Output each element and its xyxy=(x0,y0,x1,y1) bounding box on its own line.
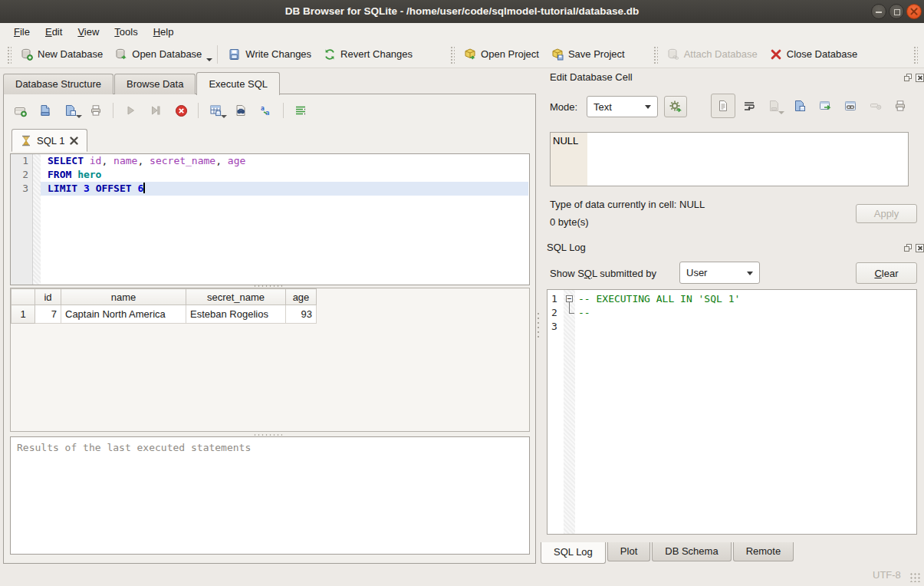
row-header[interactable]: 1 xyxy=(12,305,35,324)
cell-editor[interactable]: NULL xyxy=(550,132,909,186)
save-results-dropdown-caret[interactable] xyxy=(221,115,227,118)
format-sql-icon-button[interactable]: aa xyxy=(258,102,275,119)
cell-word-wrap-button[interactable] xyxy=(741,97,758,114)
save-results-button[interactable] xyxy=(207,102,224,119)
menu-tools[interactable]: Tools xyxy=(107,23,145,41)
tab-execute-sql[interactable]: Execute SQL xyxy=(196,72,280,95)
clear-log-button[interactable]: Clear xyxy=(856,262,917,284)
minimize-button[interactable] xyxy=(871,4,886,19)
bottom-tab-plot[interactable]: Plot xyxy=(607,542,650,561)
close-window-button[interactable] xyxy=(906,4,922,19)
menu-view[interactable]: View xyxy=(70,23,107,41)
float-dock-icon[interactable] xyxy=(904,244,912,252)
menubar: FileEditViewToolsHelp xyxy=(0,23,924,41)
cell-type-label: Type of data currently in cell: NULL xyxy=(550,199,705,210)
copy-link-button[interactable] xyxy=(842,97,859,114)
open-project-button[interactable]: Open Project xyxy=(458,45,545,64)
sql-log-view[interactable]: 1−-- EXECUTING ALL IN 'SQL 1'2--3 xyxy=(547,289,917,535)
titlebar[interactable]: DB Browser for SQLite - /home/user/code/… xyxy=(0,0,924,23)
word-wrap-toggle-button[interactable] xyxy=(292,102,309,119)
code-area[interactable]: SELECT id, name, secret_name, ageFROM he… xyxy=(41,154,528,196)
chevron-down-icon xyxy=(645,105,651,109)
grid-corner-header[interactable] xyxy=(12,289,35,305)
sql-log-filter-select[interactable]: User xyxy=(679,262,760,284)
menu-file[interactable]: File xyxy=(6,23,38,41)
resize-grip[interactable] xyxy=(909,572,920,582)
fold-margin xyxy=(33,154,41,285)
tab-database-structure[interactable]: Database Structure xyxy=(3,74,113,94)
text-mode-toggle[interactable] xyxy=(711,94,735,118)
print-cell-button[interactable] xyxy=(892,97,909,114)
bottom-tab-bar: SQL LogPlotDB SchemaRemote xyxy=(541,542,795,564)
sql-tab-label: SQL 1 xyxy=(37,135,64,146)
open-file-icon xyxy=(768,100,781,112)
log-line-number: 1 xyxy=(547,292,564,306)
close-dock-icon[interactable] xyxy=(916,74,924,82)
bottom-tab-db-schema[interactable]: DB Schema xyxy=(652,542,731,561)
float-dock-icon[interactable] xyxy=(904,74,912,82)
log-line: 3 xyxy=(547,320,916,334)
save-project-button[interactable]: Save Project xyxy=(545,45,631,64)
link-icon xyxy=(844,100,857,112)
open-sql-tab-button[interactable] xyxy=(12,102,28,119)
bottom-tab-remote[interactable]: Remote xyxy=(733,542,794,561)
results-grid[interactable]: idnamesecret_nameage17Captain North Amer… xyxy=(10,288,530,432)
fold-collapse-icon[interactable]: − xyxy=(566,295,573,302)
text-document-icon xyxy=(717,100,729,112)
revert-changes-button[interactable]: Revert Changes xyxy=(317,45,419,64)
results-message-pane[interactable]: Results of the last executed statements xyxy=(10,436,530,555)
cell-secret_name[interactable]: Esteban Rogelios xyxy=(186,305,286,324)
export-cell-data-button[interactable] xyxy=(791,97,808,114)
results-table[interactable]: idnamesecret_nameage17Captain North Amer… xyxy=(11,288,317,324)
sql-tab-1[interactable]: SQL 1 xyxy=(12,129,87,152)
gear-icon xyxy=(669,100,682,114)
print-button[interactable] xyxy=(87,102,104,119)
save-sql-file-button[interactable] xyxy=(62,102,79,119)
tab-browse-data[interactable]: Browse Data xyxy=(114,74,196,94)
mode-select[interactable]: Text xyxy=(587,96,658,117)
open-sql-file-button[interactable] xyxy=(37,102,54,119)
line-number-gutter: 123 xyxy=(11,154,33,285)
revert-changes-icon xyxy=(324,48,336,61)
open-database-button[interactable]: Open Database xyxy=(109,45,208,64)
column-header-name[interactable]: name xyxy=(61,289,186,305)
open-in-external-button[interactable] xyxy=(817,97,834,114)
toolbar-separator xyxy=(113,103,113,118)
table-row[interactable]: 17Captain North AmericaEsteban Rogelios9… xyxy=(12,305,317,324)
close-dock-icon[interactable] xyxy=(916,244,924,252)
menu-edit[interactable]: Edit xyxy=(38,23,70,41)
mode-label: Mode: xyxy=(550,101,577,113)
find-button[interactable] xyxy=(232,102,249,119)
toolbar-drag-handle[interactable] xyxy=(449,45,455,64)
toolbar-drag-handle[interactable] xyxy=(912,45,918,64)
write-changes-button[interactable]: Write Changes xyxy=(222,45,317,64)
column-header-secret_name[interactable]: secret_name xyxy=(186,289,286,305)
close-database-button[interactable]: Close Database xyxy=(764,45,864,64)
encoding-status: UTF-8 xyxy=(873,569,901,581)
cell-age[interactable]: 93 xyxy=(286,305,317,324)
cell-id[interactable]: 7 xyxy=(35,305,61,324)
maximize-button[interactable] xyxy=(889,4,904,19)
toolbar-drag-handle[interactable] xyxy=(6,45,12,64)
save-file-dropdown-caret[interactable] xyxy=(76,115,82,118)
results-message-placeholder: Results of the last executed statements xyxy=(17,442,251,453)
column-header-id[interactable]: id xyxy=(35,289,61,305)
bottom-tab-sql-log[interactable]: SQL Log xyxy=(541,542,606,564)
log-line-number: 3 xyxy=(547,320,564,334)
main-toolbar: New Database Open Database Write Changes… xyxy=(0,41,924,68)
stop-icon xyxy=(175,104,188,117)
hourglass-icon xyxy=(21,135,31,146)
menu-help[interactable]: Help xyxy=(146,23,182,41)
apply-button: Apply xyxy=(856,204,917,223)
open-database-dropdown-caret[interactable] xyxy=(206,58,212,61)
import-settings-button[interactable] xyxy=(664,96,687,117)
toolbar-drag-handle[interactable] xyxy=(653,45,658,64)
new-database-button[interactable]: New Database xyxy=(15,45,109,64)
column-header-age[interactable]: age xyxy=(286,289,317,305)
stop-button[interactable] xyxy=(173,102,189,119)
fold-connector xyxy=(569,306,574,314)
sql-editor[interactable]: 123 SELECT id, name, secret_name, ageFRO… xyxy=(10,153,530,285)
cell-name[interactable]: Captain North America xyxy=(61,305,186,324)
printer-icon xyxy=(894,100,906,112)
close-tab-icon[interactable] xyxy=(70,137,78,145)
